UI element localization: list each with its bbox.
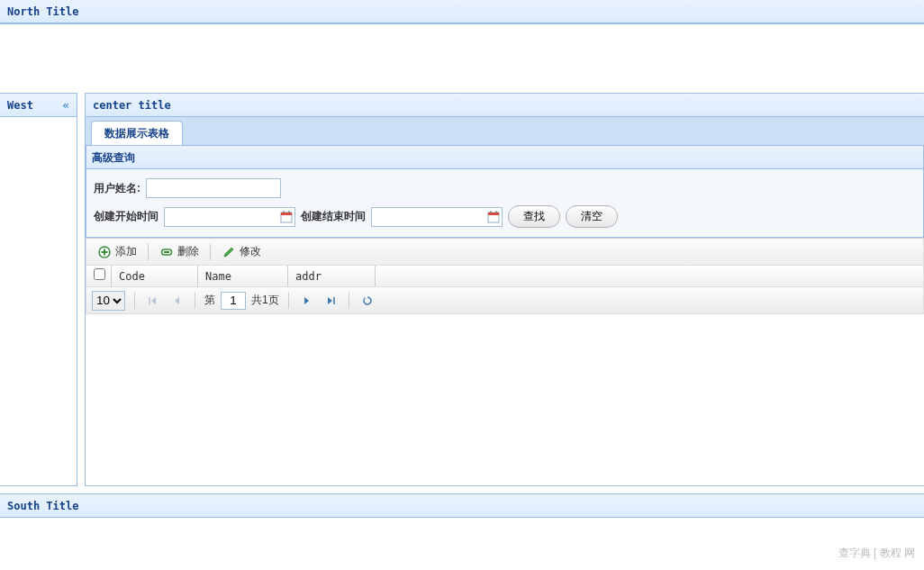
page-suffix: 共1页 <box>251 293 279 308</box>
west-title: West <box>7 94 33 117</box>
north-panel: North Title <box>0 0 924 24</box>
add-label: 添加 <box>115 244 137 259</box>
calendar-icon[interactable] <box>485 209 502 225</box>
first-page-icon[interactable] <box>144 292 162 310</box>
last-page-icon[interactable] <box>322 292 340 310</box>
watermark: 查字典 [ 教程 网 <box>838 546 915 561</box>
plus-icon <box>97 245 112 259</box>
tab-data-grid[interactable]: 数据展示表格 <box>91 121 183 146</box>
start-date-input[interactable] <box>165 208 278 226</box>
edit-label: 修改 <box>240 244 261 259</box>
search-button[interactable]: 查找 <box>508 205 560 228</box>
calendar-icon[interactable] <box>278 209 294 225</box>
north-title: North Title <box>0 0 924 23</box>
start-date-field[interactable] <box>164 207 295 227</box>
query-form: 用户姓名: 创建开始时间 创建结束时间 <box>86 169 923 237</box>
south-title: South Title <box>0 494 924 518</box>
end-date-input[interactable] <box>372 208 485 226</box>
select-all-checkbox[interactable] <box>94 268 105 280</box>
edit-button[interactable]: 修改 <box>216 242 267 261</box>
page-prefix: 第 <box>204 293 215 308</box>
grid-checkbox-header[interactable] <box>86 266 112 287</box>
username-label: 用户姓名: <box>94 181 140 196</box>
delete-button[interactable]: 删除 <box>154 242 204 261</box>
next-page-icon[interactable] <box>298 292 316 310</box>
prev-page-icon[interactable] <box>168 292 186 310</box>
pager-separator <box>288 293 289 309</box>
toolbar-separator <box>148 244 149 260</box>
pencil-icon <box>222 245 236 259</box>
end-date-field[interactable] <box>371 207 503 227</box>
page-size-select[interactable]: 10 <box>92 291 125 311</box>
end-date-label: 创建结束时间 <box>301 209 366 224</box>
pager-separator <box>195 293 195 309</box>
grid-toolbar: 添加 删除 修改 <box>86 238 924 266</box>
advanced-query-panel: 高级查询 用户姓名: 创建开始时间 创建结束时间 <box>86 145 924 238</box>
minus-icon <box>159 245 174 259</box>
toolbar-separator <box>210 244 211 260</box>
username-input[interactable] <box>146 178 281 198</box>
grid-header: Code Name addr <box>86 266 924 287</box>
svg-rect-1 <box>281 213 292 215</box>
add-button[interactable]: 添加 <box>92 242 142 261</box>
middle-region: West « center title 数据展示表格 高级查询 用户姓名: 创建… <box>0 93 924 486</box>
pagination-bar: 10 第 共1页 <box>86 287 924 314</box>
tabs-container: 数据展示表格 <box>86 117 924 146</box>
advanced-query-title: 高级查询 <box>86 146 923 169</box>
center-title: center title <box>86 94 924 117</box>
pager-separator <box>134 293 135 309</box>
collapse-west-icon[interactable]: « <box>62 94 69 117</box>
west-header: West « <box>0 94 77 117</box>
south-panel: South Title <box>0 493 924 518</box>
refresh-icon[interactable] <box>358 292 376 310</box>
center-panel: center title 数据展示表格 高级查询 用户姓名: 创建开始时间 <box>85 93 924 486</box>
col-name[interactable]: Name <box>198 266 288 287</box>
col-addr[interactable]: addr <box>288 266 375 287</box>
pager-separator <box>349 293 349 309</box>
page-number-input[interactable] <box>221 292 246 310</box>
svg-rect-5 <box>488 213 499 215</box>
start-date-label: 创建开始时间 <box>94 209 159 224</box>
west-panel: West « <box>0 93 77 486</box>
delete-label: 删除 <box>177 244 199 259</box>
clear-button[interactable]: 清空 <box>566 205 618 228</box>
col-rest <box>375 266 923 286</box>
col-code[interactable]: Code <box>112 266 198 287</box>
